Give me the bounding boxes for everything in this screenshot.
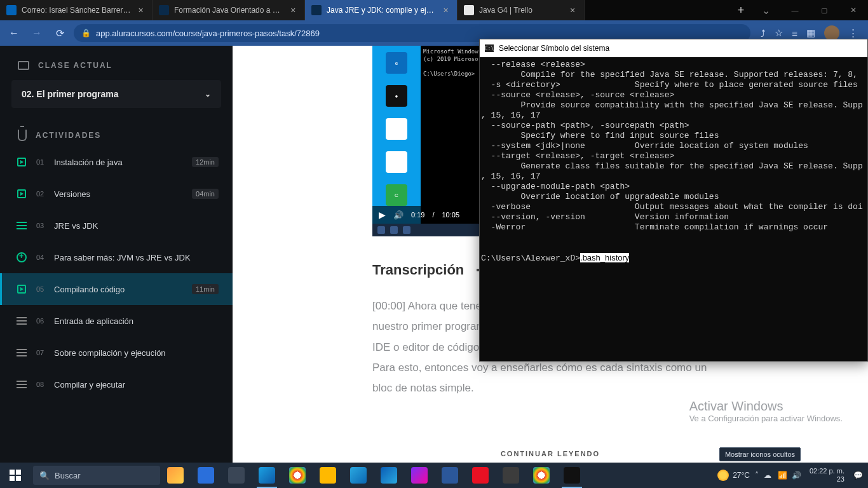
tray-tooltip: Mostrar iconos ocultos [719, 447, 801, 461]
activity-item[interactable]: 08Compilar y ejecutar [0, 369, 233, 400]
taskbar-app[interactable] [435, 463, 465, 488]
video-play-button[interactable]: ▶ [379, 210, 386, 220]
start-button[interactable] [0, 463, 31, 488]
menu-icon[interactable]: ⋮ [848, 27, 858, 39]
weather-widget[interactable]: 27°C [717, 470, 750, 481]
video-desktop-icons: e●C [372, 46, 421, 224]
activity-item[interactable]: 02Versiones04min [0, 178, 233, 210]
nav-back[interactable]: ← [5, 24, 23, 42]
taskbar-app[interactable] [221, 463, 252, 488]
taskbar-app[interactable] [557, 463, 587, 488]
cmd-selection: .bash_history [580, 253, 629, 262]
lock-icon: 🔒 [81, 29, 91, 37]
video-volume-icon[interactable]: 🔊 [393, 210, 403, 220]
taskbar-app[interactable] [374, 463, 404, 488]
system-tray: 27°C ˄ ☁ 📶 🔊 02:22 p. m. 23 💬 [717, 467, 868, 484]
activity-item[interactable]: 06Entrada de aplicación [0, 305, 233, 337]
tab-label: Java JRE y JDK: compile y ejecute [327, 6, 436, 15]
tab-close-icon[interactable]: × [441, 5, 451, 15]
activity-item[interactable]: 03JRE vs JDK [0, 210, 233, 241]
tab-close-icon[interactable]: × [136, 5, 146, 15]
activity-item[interactable]: 04Para saber más: JVM vs JRE vs JDK [0, 241, 233, 273]
clock-time: 02:22 p. m. [810, 467, 844, 475]
taskbar-app[interactable] [404, 463, 435, 488]
url-text: app.aluracursos.com/course/java-primeros… [96, 29, 320, 38]
extensions-icon[interactable]: ▦ [806, 27, 815, 39]
tab-close-icon[interactable]: × [288, 5, 298, 15]
book-icon [18, 61, 29, 70]
taskbar-app[interactable] [282, 463, 313, 488]
activity-label: Instalación de java [54, 158, 183, 167]
taskbar-app[interactable] [496, 463, 526, 488]
window-close[interactable] [839, 0, 868, 20]
windows-logo-icon [10, 470, 21, 481]
cmd-icon: C:\ [485, 44, 494, 52]
continue-reading-button[interactable]: CONTINUAR LEYENDO [496, 445, 605, 463]
app-icon [320, 467, 336, 484]
tray-chevron-up-icon[interactable]: ˄ [755, 471, 759, 480]
window-maximize[interactable] [810, 0, 839, 20]
browser-tab[interactable]: Java JRE y JDK: compile y ejecute× [305, 0, 458, 20]
taskbar-app[interactable] [343, 463, 374, 488]
notifications-icon[interactable]: 💬 [853, 471, 863, 480]
activity-duration: 04min [192, 189, 219, 199]
video-desktop-icon [386, 118, 407, 140]
app-icon [228, 467, 245, 484]
taskbar-app[interactable] [526, 463, 557, 488]
cmd-body[interactable]: --release <release> Compile for the spec… [480, 57, 867, 361]
cmd-titlebar[interactable]: C:\ Seleccionar Símbolo del sistema [480, 39, 867, 57]
activity-item[interactable]: 07Sobre compilación y ejecución [0, 337, 233, 369]
share-icon[interactable]: ⤴ [761, 28, 766, 39]
activity-label: Sobre compilación y ejecución [54, 348, 219, 358]
video-desktop-icon [386, 151, 407, 173]
activity-item[interactable]: 05Compilando código11min [0, 273, 233, 305]
tab-favicon [464, 5, 474, 15]
watermark-title: Activar Windows [689, 399, 843, 414]
activity-number: 04 [36, 254, 45, 261]
taskbar-search[interactable]: 🔍 Buscar [33, 466, 160, 485]
taskbar-app[interactable] [313, 463, 343, 488]
taskbar-apps [160, 463, 587, 488]
video-time-current: 0:19 [411, 211, 424, 219]
nav-reload[interactable]: ⟳ [51, 24, 69, 42]
activity-label: Compilar y ejecutar [54, 380, 219, 390]
class-heading-label: CLASE ACTUAL [38, 61, 112, 70]
bookmark-icon[interactable]: ☆ [775, 27, 783, 39]
activities-heading: ACTIVIDADES [0, 119, 233, 146]
search-placeholder: Buscar [55, 471, 80, 480]
play-icon [17, 189, 26, 198]
browser-tab[interactable]: Correo: Israel Sánchez Barrera - O× [0, 0, 153, 20]
play-icon [17, 158, 26, 166]
reading-list-icon[interactable]: ≡ [792, 28, 797, 39]
app-icon [442, 467, 458, 484]
cmd-window[interactable]: C:\ Seleccionar Símbolo del sistema --re… [479, 39, 868, 362]
activity-duration: 12min [192, 157, 219, 167]
activity-number: 07 [36, 349, 45, 356]
tab-strip: Correo: Israel Sánchez Barrera - O×Forma… [0, 0, 731, 20]
browser-tab[interactable]: Formación Java Orientado a Obje× [153, 0, 305, 20]
tab-close-icon[interactable]: × [567, 5, 578, 15]
video-desktop-icon: ● [386, 85, 407, 107]
taskbar-app[interactable] [160, 463, 191, 488]
browser-tab[interactable]: Java G4 | Trello× [458, 0, 585, 20]
window-minimize[interactable] [780, 0, 810, 20]
weather-temp: 27°C [733, 471, 750, 480]
window-dropdown[interactable] [751, 0, 780, 20]
tray-onedrive-icon[interactable]: ☁ [764, 471, 773, 480]
app-icon [533, 467, 550, 484]
activity-number: 01 [36, 158, 45, 166]
activity-item[interactable]: 01Instalación de java12min [0, 146, 233, 178]
taskbar-app[interactable] [191, 463, 221, 488]
current-class-selector[interactable]: 02. El primer programa ⌄ [11, 80, 221, 108]
tray-volume-icon[interactable]: 🔊 [792, 471, 801, 480]
taskbar-app[interactable] [465, 463, 496, 488]
clock-date: 23 [810, 475, 844, 484]
taskbar-clock[interactable]: 02:22 p. m. 23 [806, 467, 848, 484]
activity-number: 06 [36, 317, 45, 325]
nav-forward: → [28, 24, 46, 42]
tray-wifi-icon[interactable]: 📶 [778, 471, 787, 480]
text-icon [17, 349, 27, 356]
taskbar-app[interactable] [252, 463, 282, 488]
new-tab-button[interactable]: + [731, 0, 751, 20]
watermark-subtitle: Ve a Configuración para activar Windows. [689, 414, 843, 423]
